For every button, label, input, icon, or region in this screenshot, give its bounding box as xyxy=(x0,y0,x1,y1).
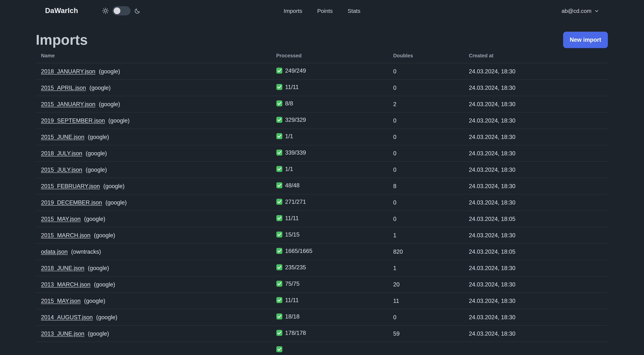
app-logo[interactable]: DaWarIch xyxy=(45,7,78,15)
import-file-link[interactable]: 2013_JUNE.json xyxy=(41,330,84,337)
import-file-link[interactable]: odata.json xyxy=(41,248,68,255)
column-header-doubles: Doubles xyxy=(393,51,469,63)
import-source-label: (google) xyxy=(88,330,109,337)
import-file-link[interactable]: 2015_JULY.json xyxy=(41,166,82,173)
user-email: ab@cd.com xyxy=(562,8,592,14)
import-source-label: (google) xyxy=(96,314,118,320)
import-file-link[interactable]: 2019_DECEMBER.json xyxy=(41,199,102,205)
import-source-label: (google) xyxy=(88,134,109,140)
table-row: 2014_AUGUST.json (google) 18/18 0 24.03.… xyxy=(36,309,608,325)
processed-count: 235/235 xyxy=(285,264,306,271)
navbar: DaWarIch Imports P xyxy=(0,0,644,21)
import-file-link[interactable]: 2019_SEPTEMBER.json xyxy=(41,117,105,123)
created-at: 24.03.2024, 18:30 xyxy=(469,63,608,79)
import-file-link[interactable]: 2015_FEBRUARY.json xyxy=(41,183,100,189)
check-badge-icon xyxy=(276,248,282,254)
check-badge-icon xyxy=(276,232,282,238)
check-badge-icon xyxy=(276,297,282,303)
doubles-count xyxy=(393,342,469,355)
table-row: 2015_MAY.json (google) 11/11 0 24.03.202… xyxy=(36,211,608,227)
nav-link-points[interactable]: Points xyxy=(317,8,332,14)
new-import-button[interactable]: New import xyxy=(563,32,608,48)
import-file-link[interactable]: 2015_APRIL.json xyxy=(41,84,86,91)
imports-table: Name Processed Doubles Created at 2018_J… xyxy=(36,51,608,355)
check-badge-icon xyxy=(276,346,282,353)
import-source-label: (owntracks) xyxy=(71,248,101,255)
import-source-label: (google) xyxy=(108,117,130,123)
doubles-count: 0 xyxy=(393,63,469,79)
table-row: 2015_JANUARY.json (google) 8/8 2 24.03.2… xyxy=(36,96,608,112)
import-file-link[interactable]: 2015_JANUARY.json xyxy=(41,101,96,107)
import-source-label: (google) xyxy=(99,68,120,74)
theme-toggle xyxy=(102,6,140,15)
column-header-created-at: Created at xyxy=(469,51,608,63)
processed-count: 339/339 xyxy=(285,149,306,156)
column-header-processed: Processed xyxy=(276,51,393,63)
import-file-link[interactable]: 2015_MAY.json xyxy=(41,298,81,304)
created-at: 24.03.2024, 18:30 xyxy=(469,194,608,211)
user-menu[interactable]: ab@cd.com xyxy=(562,8,599,14)
table-row: odata.json (owntracks) 1665/1665 820 24.… xyxy=(36,243,608,260)
import-file-link[interactable]: 2015_JUNE.json xyxy=(41,134,84,140)
import-file-link[interactable]: 2018_JANUARY.json xyxy=(41,68,96,74)
doubles-count: 0 xyxy=(393,309,469,325)
created-at xyxy=(469,342,608,355)
check-badge-icon xyxy=(276,182,282,189)
import-file-link[interactable]: 2015_MARCH.json xyxy=(41,232,90,238)
theme-toggle-knob xyxy=(114,7,120,14)
table-row: 2015_MAY.json (google) 11/11 11 24.03.20… xyxy=(36,293,608,309)
processed-count: 8/8 xyxy=(285,100,293,107)
table-row: 2018_JULY.json (google) 339/339 0 24.03.… xyxy=(36,145,608,161)
nav-link-stats[interactable]: Stats xyxy=(348,8,360,14)
doubles-count: 0 xyxy=(393,129,469,145)
processed-count: 48/48 xyxy=(285,182,300,189)
table-row: 2019_SEPTEMBER.json (google) 329/329 0 2… xyxy=(36,112,608,129)
doubles-count: 0 xyxy=(393,194,469,211)
processed-count: 1/1 xyxy=(285,133,293,140)
table-row: 2015_JUNE.json (google) 1/1 0 24.03.2024… xyxy=(36,129,608,145)
processed-count: 18/18 xyxy=(285,313,300,320)
check-badge-icon xyxy=(276,314,282,320)
doubles-count: 1 xyxy=(393,227,469,243)
check-badge-icon xyxy=(276,264,282,271)
table-row: 2013_JUNE.json (google) 178/178 59 24.03… xyxy=(36,325,608,342)
table-row: 2015_MARCH.json (google) 15/15 1 24.03.2… xyxy=(36,227,608,243)
doubles-count: 20 xyxy=(393,276,469,293)
created-at: 24.03.2024, 18:30 xyxy=(469,260,608,276)
table-row: 2018_JANUARY.json (google) 249/249 0 24.… xyxy=(36,63,608,79)
table-header: Name Processed Doubles Created at xyxy=(36,51,608,63)
import-file-link[interactable]: 2014_AUGUST.json xyxy=(41,314,92,320)
import-file-link[interactable]: 2015_MAY.json xyxy=(41,216,81,222)
created-at: 24.03.2024, 18:30 xyxy=(469,96,608,112)
import-file-link[interactable]: 2018_JUNE.json xyxy=(41,265,84,271)
check-badge-icon xyxy=(276,68,282,74)
doubles-count: 59 xyxy=(393,325,469,342)
processed-count: 11/11 xyxy=(285,297,299,304)
import-source-label: (google) xyxy=(94,232,115,238)
theme-toggle-switch[interactable] xyxy=(112,6,130,15)
check-badge-icon xyxy=(276,199,282,205)
nav-link-imports[interactable]: Imports xyxy=(284,8,302,14)
page-title: Imports xyxy=(36,32,88,48)
created-at: 24.03.2024, 18:30 xyxy=(469,276,608,293)
main-nav: Imports Points Stats xyxy=(284,8,360,14)
import-source-label: (google) xyxy=(84,298,105,304)
check-badge-icon xyxy=(276,330,282,336)
import-file-link[interactable]: 2018_JULY.json xyxy=(41,150,82,156)
import-file-link[interactable]: 2013_MARCH.json xyxy=(41,281,90,287)
created-at: 24.03.2024, 18:30 xyxy=(469,145,608,161)
check-badge-icon xyxy=(276,84,282,90)
created-at: 24.03.2024, 18:30 xyxy=(469,161,608,178)
table-row: 2015_FEBRUARY.json (google) 48/48 8 24.0… xyxy=(36,178,608,194)
processed-count: 271/271 xyxy=(285,199,306,205)
doubles-count: 820 xyxy=(393,243,469,260)
table-body: 2018_JANUARY.json (google) 249/249 0 24.… xyxy=(36,63,608,355)
doubles-count: 0 xyxy=(393,79,469,96)
processed-count: 1665/1665 xyxy=(285,248,312,254)
processed-count: 1/1 xyxy=(285,166,293,172)
table-row: 2018_JUNE.json (google) 235/235 1 24.03.… xyxy=(36,260,608,276)
created-at: 24.03.2024, 18:30 xyxy=(469,309,608,325)
processed-count: 11/11 xyxy=(285,84,299,90)
import-source-label: (google) xyxy=(88,265,109,271)
import-source-label: (google) xyxy=(106,199,127,205)
